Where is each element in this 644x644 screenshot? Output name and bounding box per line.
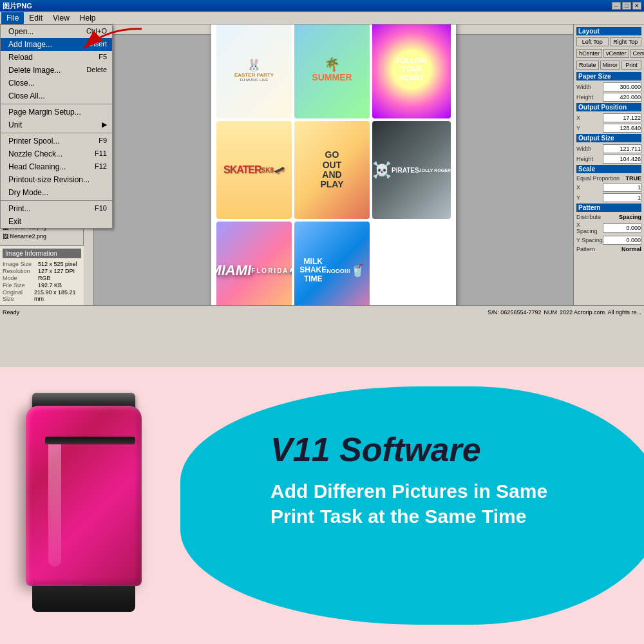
grid-cell-milkshake: MILKSHAKETIME NOOO!!! 🥤 [294, 222, 370, 305]
rp-equal-prop: Equal Proportion TRUE [576, 175, 641, 182]
menu-separator-1 [1, 104, 112, 104]
minimize-button[interactable]: ─ [612, 2, 621, 10]
rp-layout-row2: hCenter vCenter Center [576, 49, 641, 58]
info-row-filesize: File Size 192.7 KB [3, 282, 81, 289]
promo-subtitle: Add Differen Pictures in SamePrint Task … [270, 478, 592, 529]
sticker-summer: 🌴 SUMMER [294, 24, 370, 118]
menu-page-margin[interactable]: Page Margin Setup... [1, 106, 112, 118]
rp-vcenter-btn[interactable]: vCenter [603, 49, 629, 58]
menu-head-cleaning[interactable]: Head Cleaning... F12 [1, 160, 112, 173]
menu-print[interactable]: Print... F10 [1, 202, 112, 215]
rp-pos-x-input[interactable] [603, 113, 641, 122]
rp-mirror-btn[interactable]: Mirror [600, 61, 621, 70]
info-row-mode: Mode RGB [3, 275, 81, 281]
usb-bottom [32, 586, 135, 612]
menu-view[interactable]: View [48, 12, 75, 24]
bottom-icons: S/N: 06256554-7792 NUM 2022 Acrorip.com.… [488, 309, 641, 316]
menu-bar: File Edit View Help [0, 12, 644, 24]
menu-unit[interactable]: Unit ▶ [1, 118, 112, 131]
usb-body [26, 406, 142, 586]
rp-layout-title: Layout [576, 27, 641, 35]
sticker-goout: GOOUTANDPLAY [294, 121, 370, 219]
rp-paper-size-title: Paper Size [576, 72, 641, 80]
rp-out-height: Height [576, 155, 641, 164]
menu-printer-spool[interactable]: Printer Spool... F9 [1, 135, 112, 147]
sticker-pirates: ☠️ PIRATES JOLLY ROGER [372, 121, 451, 219]
menu-nozzle-check[interactable]: Nozzle Check... F11 [1, 147, 112, 160]
usb-drive [19, 393, 148, 612]
rp-right-top-btn[interactable]: Right Top [610, 37, 642, 46]
menu-exit[interactable]: Exit [1, 215, 112, 228]
menu-close-all[interactable]: Close All... [1, 90, 112, 102]
menu-close[interactable]: Close... [1, 77, 112, 90]
rp-layout-row3: Rotate Mirror Print [576, 61, 641, 70]
rp-paper-width-input[interactable] [603, 82, 641, 91]
file-dropdown-menu: Open... Ctrl+O Add Image... Insert Reloa… [0, 24, 113, 229]
rp-scale-title: Scale [576, 165, 641, 173]
rp-scale-x: X [576, 183, 641, 192]
rp-left-top-btn[interactable]: Left Top [576, 37, 609, 46]
window-title: 图片PNG [3, 1, 32, 11]
rp-yspacing-input[interactable] [603, 236, 641, 245]
grid-cell-goout: GOOUTANDPLAY [294, 121, 370, 219]
menu-file[interactable]: File [1, 12, 24, 24]
sticker-miami: MIAMI FLORIDA 🌊 [216, 222, 292, 305]
rp-xspacing-input[interactable] [603, 223, 641, 232]
status-ready: Ready [3, 309, 19, 316]
info-row-origsize: Original Size 215.90 x 185.21 mm [3, 289, 81, 302]
rp-scale-y-input[interactable] [603, 193, 641, 202]
rp-hcenter-btn[interactable]: hCenter [576, 49, 602, 58]
screenshot-area: 图片PNG ─ □ ✕ File Edit View Help Open... … [0, 0, 644, 367]
grid-cell-pirates: ☠️ PIRATES JOLLY ROGER [372, 121, 451, 219]
canvas-area: 🐰 EASTER PARTY DJ MUSIC LIVE 🌴 SUMMER [84, 24, 573, 305]
usb-shine [48, 438, 61, 567]
promo-area: V11 Software Add Differen Pictures in Sa… [0, 367, 644, 644]
rp-rotate-btn[interactable]: Rotate [576, 61, 599, 70]
rp-scale-y: Y [576, 193, 641, 202]
menu-edit[interactable]: Edit [24, 12, 48, 24]
rp-paper-height-input[interactable] [603, 93, 641, 102]
rp-distribute: Distribute Spacing [576, 214, 641, 220]
status-num: NUM [544, 309, 557, 316]
menu-delete-image[interactable]: Delete Image... Delete [1, 64, 112, 77]
menu-help[interactable]: Help [75, 12, 101, 24]
rp-out-width-input[interactable] [603, 144, 641, 153]
sticker-milkshake: MILKSHAKETIME NOOO!!! 🥤 [294, 222, 370, 305]
print-canvas[interactable]: 🐰 EASTER PARTY DJ MUSIC LIVE 🌴 SUMMER [211, 24, 456, 305]
rp-pos-y-input[interactable] [603, 124, 641, 133]
menu-reload[interactable]: Reload F5 [1, 51, 112, 64]
usb-notch [45, 437, 135, 444]
rp-pos-y: Y [576, 124, 641, 133]
title-bar: 图片PNG ─ □ ✕ [0, 0, 644, 12]
promo-title: V11 Software [270, 431, 592, 468]
grid-cell-easter: 🐰 EASTER PARTY DJ MUSIC LIVE [216, 24, 292, 118]
info-row-size: Image Size 512 x 525 pixel [3, 261, 81, 267]
menu-open[interactable]: Open... Ctrl+O [1, 25, 112, 38]
rp-out-width: Width [576, 144, 641, 153]
sticker-easter: 🐰 EASTER PARTY DJ MUSIC LIVE [216, 24, 292, 118]
rp-paper-width: Width [576, 82, 641, 91]
menu-separator-3 [1, 200, 112, 201]
rp-pos-x: X [576, 113, 641, 122]
grid-cell-miami: MIAMI FLORIDA 🌊 [216, 222, 292, 305]
close-button[interactable]: ✕ [632, 2, 641, 10]
image-info-title: Image Information [3, 249, 81, 258]
status-year: 2022 Acrorip.com. All rights re... [560, 309, 641, 316]
rp-print-btn[interactable]: Print [621, 61, 641, 70]
thumbnail-item-2[interactable]: 🖼 filename2.png [0, 232, 84, 241]
sticker-follow: FOLLOWYOURHEART [372, 24, 451, 118]
image-grid: 🐰 EASTER PARTY DJ MUSIC LIVE 🌴 SUMMER [211, 24, 456, 305]
grid-cell-follow: FOLLOWYOURHEART [372, 24, 451, 118]
status-serial: S/N: 06256554-7792 [488, 309, 541, 316]
image-info-panel: Image Information Image Size 512 x 525 p… [0, 245, 84, 305]
menu-dry-mode[interactable]: Dry Mode... [1, 186, 112, 199]
menu-printout-revision[interactable]: Printout-size Revision... [1, 173, 112, 186]
promo-content: V11 Software Add Differen Pictures in Sa… [245, 419, 618, 542]
rp-scale-x-input[interactable] [603, 183, 641, 192]
menu-add-image[interactable]: Add Image... Insert [1, 38, 112, 51]
rp-center-btn[interactable]: Center [630, 49, 644, 58]
rp-out-height-input[interactable] [603, 155, 641, 164]
info-row-res: Resolution 127 x 127 DPI [3, 268, 81, 274]
rp-yspacing: Y Spacing [576, 236, 641, 245]
maximize-button[interactable]: □ [622, 2, 631, 10]
